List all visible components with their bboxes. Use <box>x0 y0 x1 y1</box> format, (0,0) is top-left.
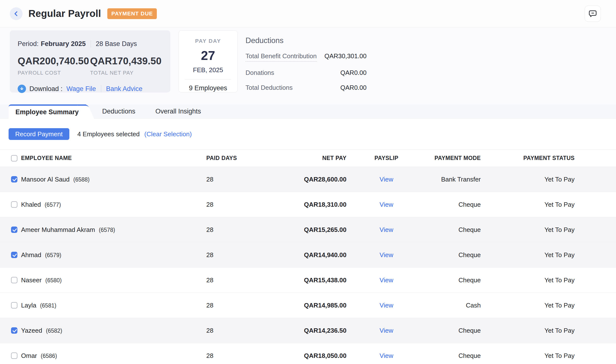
chat-button[interactable] <box>585 6 601 22</box>
paid-days-cell: 28 <box>206 327 280 334</box>
col-employee-name: EMPLOYEE NAME <box>21 155 206 161</box>
col-net-pay: NET PAY <box>280 155 347 161</box>
back-button[interactable] <box>10 7 23 20</box>
view-payslip-link[interactable]: View <box>379 327 393 334</box>
employee-name: Mansoor Al Saud <box>21 176 70 183</box>
employee-id: (6586) <box>41 353 57 359</box>
employee-id: (6588) <box>73 176 89 183</box>
donations-label: Donations <box>246 69 274 77</box>
deduction-row: Donations QAR0.00 <box>246 69 366 77</box>
row-checkbox[interactable] <box>11 176 17 182</box>
view-payslip-link[interactable]: View <box>379 201 393 208</box>
payday-month-year: FEB, 2025 <box>179 66 238 74</box>
employee-name: Ameer Muhammad Akram <box>21 226 95 233</box>
tabbar: Employee Summary Deductions Overall Insi… <box>0 104 616 119</box>
view-payslip-link[interactable]: View <box>379 276 393 284</box>
row-checkbox[interactable] <box>11 227 17 233</box>
payment-mode-cell: Cheque <box>426 251 481 259</box>
payday-card: PAY DAY 27 FEB, 2025 9 Employees <box>178 30 238 92</box>
paid-days-cell: 28 <box>206 201 280 208</box>
total-net-pay-block: QAR170,439.50 TOTAL NET PAY <box>90 55 163 76</box>
paid-days-cell: 28 <box>206 276 280 284</box>
payroll-cost-label: PAYROLL COST <box>18 70 90 76</box>
view-payslip-link[interactable]: View <box>379 226 393 233</box>
employee-name-cell: Khaled (6577) <box>21 201 206 208</box>
view-payslip-link[interactable]: View <box>379 251 393 259</box>
payment-mode-cell: Bank Transfer <box>426 176 481 183</box>
payment-mode-cell: Cheque <box>426 276 481 284</box>
download-row: Download : Wage File Bank Advice <box>18 85 162 93</box>
page-title: Regular Payroll <box>28 8 101 19</box>
employee-name-cell: Layla (6581) <box>21 302 206 309</box>
row-checkbox[interactable] <box>11 252 17 258</box>
actions-row: Record Payment 4 Employees selected (Cle… <box>0 119 616 149</box>
deductions-panel: Deductions Total Benefit Contribution QA… <box>246 30 366 91</box>
base-days: 28 Base Days <box>96 40 137 48</box>
selection-count-text: 4 Employees selected <box>77 130 140 138</box>
view-payslip-link[interactable]: View <box>379 352 393 359</box>
period-label: Period: <box>18 40 39 48</box>
status-badge: PAYMENT DUE <box>107 8 157 19</box>
chevron-left-icon <box>14 11 19 16</box>
employee-name: Layla <box>21 302 36 309</box>
tab-overall-insights[interactable]: Overall Insights <box>147 104 209 118</box>
total-net-pay-value: QAR170,439.50 <box>90 55 163 66</box>
table-body: Mansoor Al Saud (6588) 28 QAR28,600.00 V… <box>0 167 616 364</box>
employee-id: (6581) <box>40 302 56 309</box>
period-value: February 2025 <box>41 40 86 48</box>
paid-days-cell: 28 <box>206 352 280 360</box>
paid-days-cell: 28 <box>206 176 280 183</box>
net-pay-cell: QAR14,940.00 <box>280 251 347 259</box>
record-payment-button[interactable]: Record Payment <box>9 128 69 140</box>
view-payslip-link[interactable]: View <box>379 176 393 183</box>
row-checkbox[interactable] <box>11 302 17 309</box>
employee-name-cell: Ameer Muhammad Akram (6578) <box>21 226 206 234</box>
employee-name-cell: Omar (6586) <box>21 352 206 360</box>
total-deductions-value: QAR0.00 <box>340 84 366 91</box>
employee-name: Ahmad <box>21 251 41 259</box>
clear-selection-link[interactable]: (Clear Selection) <box>144 130 192 138</box>
view-payslip-link[interactable]: View <box>379 302 393 309</box>
employee-name: Yazeed <box>21 327 42 334</box>
employee-name-cell: Naseer (6580) <box>21 276 206 284</box>
paid-days-cell: 28 <box>206 251 280 259</box>
payday-employee-count: 9 Employees <box>179 84 238 92</box>
payday-label: PAY DAY <box>179 38 238 44</box>
row-checkbox[interactable] <box>11 201 17 208</box>
payroll-cost-value: QAR200,740.50 <box>18 55 90 66</box>
deductions-title: Deductions <box>246 36 366 45</box>
payment-mode-cell: Cheque <box>426 352 481 360</box>
employee-id: (6578) <box>99 227 115 233</box>
net-pay-cell: QAR14,236.50 <box>280 327 347 334</box>
employee-summary-panel: Record Payment 4 Employees selected (Cle… <box>0 119 616 364</box>
period-line: Period: February 2025 28 Base Days <box>18 40 162 48</box>
download-icon <box>18 85 26 93</box>
select-all-checkbox[interactable] <box>11 155 17 161</box>
payroll-summary-section: Period: February 2025 28 Base Days QAR20… <box>0 27 616 104</box>
payment-mode-cell: Cheque <box>426 226 481 234</box>
total-benefit-contribution-label[interactable]: Total Benefit Contribution <box>246 52 317 62</box>
employee-name-cell: Ahmad (6579) <box>21 251 206 259</box>
payment-mode-cell: Cheque <box>426 327 481 334</box>
table-header: EMPLOYEE NAME PAID DAYS NET PAY PAYSLIP … <box>0 149 616 167</box>
bank-advice-link[interactable]: Bank Advice <box>106 85 143 93</box>
row-checkbox[interactable] <box>11 277 17 283</box>
payment-status-cell: Yet To Pay <box>481 201 574 208</box>
table-row: Layla (6581) 28 QAR14,985.00 View Cash Y… <box>0 293 616 318</box>
payroll-cost-block: QAR200,740.50 PAYROLL COST <box>18 55 90 76</box>
wage-file-link[interactable]: Wage File <box>66 85 96 93</box>
net-pay-cell: QAR15,265.00 <box>280 226 347 234</box>
net-pay-cell: QAR18,310.00 <box>280 201 347 208</box>
table-row: Ameer Muhammad Akram (6578) 28 QAR15,265… <box>0 217 616 242</box>
row-checkbox[interactable] <box>11 327 17 334</box>
deduction-row: Total Deductions QAR0.00 <box>246 84 366 91</box>
table-row: Yazeed (6582) 28 QAR14,236.50 View Chequ… <box>0 318 616 343</box>
summary-card: Period: February 2025 28 Base Days QAR20… <box>10 30 170 92</box>
payday-day: 27 <box>179 48 238 63</box>
payment-status-cell: Yet To Pay <box>481 352 574 360</box>
tab-employee-summary[interactable]: Employee Summary <box>9 104 86 119</box>
tab-deductions[interactable]: Deductions <box>94 104 144 118</box>
payment-status-cell: Yet To Pay <box>481 302 574 309</box>
row-checkbox[interactable] <box>11 352 17 359</box>
total-benefit-contribution-value: QAR30,301.00 <box>324 52 366 60</box>
